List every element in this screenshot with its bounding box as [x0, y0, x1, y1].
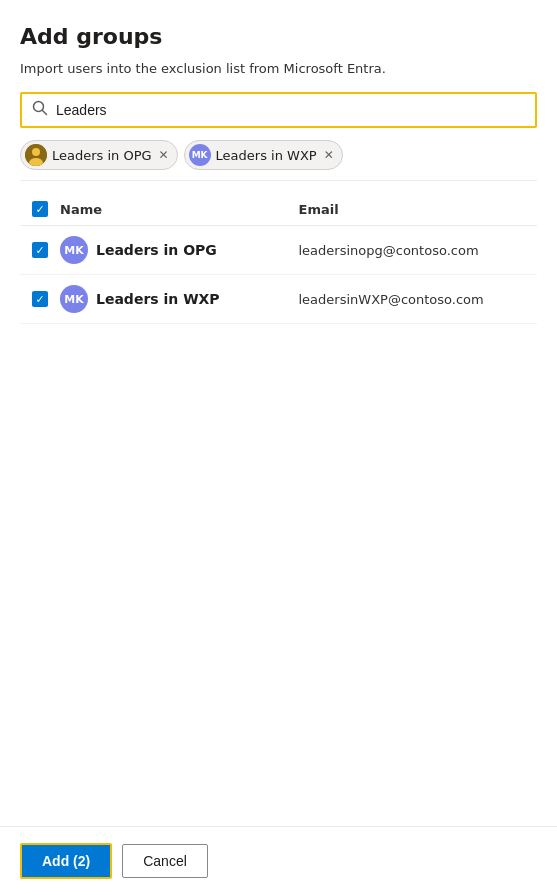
cancel-button[interactable]: Cancel: [122, 844, 208, 878]
row1-avatar-initials: MK: [64, 244, 83, 257]
table: ✓ Name Email ✓ MK Leaders in OPG: [20, 193, 537, 324]
row1-checkbox[interactable]: ✓: [32, 242, 48, 258]
svg-line-1: [43, 111, 47, 115]
table-row: ✓ MK Leaders in WXP leadersinWXP@contoso…: [20, 275, 537, 324]
page-container: Add groups Import users into the exclusi…: [0, 0, 557, 424]
header-check-col: ✓: [20, 201, 60, 217]
chip-close-opg[interactable]: ✕: [157, 148, 171, 162]
header-email: Email: [299, 202, 538, 217]
table-row: ✓ MK Leaders in OPG leadersinopg@contoso…: [20, 226, 537, 275]
row1-name-col: MK Leaders in OPG: [60, 236, 299, 264]
row1-email: leadersinopg@contoso.com: [299, 243, 538, 258]
chip-label-wxp: Leaders in WXP: [216, 148, 317, 163]
add-button[interactable]: Add (2): [20, 843, 112, 879]
subtitle: Import users into the exclusion list fro…: [20, 61, 537, 76]
email-column-label: Email: [299, 202, 339, 217]
table-header: ✓ Name Email: [20, 193, 537, 226]
row1-avatar: MK: [60, 236, 88, 264]
name-column-label: Name: [60, 202, 102, 217]
search-icon: [32, 100, 48, 120]
chip-leaders-opg: Leaders in OPG ✕: [20, 140, 178, 170]
row1-check-col: ✓: [20, 242, 60, 258]
chip-avatar-wxp: MK: [189, 144, 211, 166]
chip-close-wxp[interactable]: ✕: [322, 148, 336, 162]
footer: Add (2) Cancel: [0, 826, 557, 895]
row2-name-col: MK Leaders in WXP: [60, 285, 299, 313]
row2-avatar: MK: [60, 285, 88, 313]
page-title: Add groups: [20, 24, 537, 49]
row2-avatar-initials: MK: [64, 293, 83, 306]
row1-check-icon: ✓: [35, 244, 44, 257]
search-input[interactable]: [56, 102, 525, 118]
select-all-checkbox[interactable]: ✓: [32, 201, 48, 217]
row2-checkbox[interactable]: ✓: [32, 291, 48, 307]
row2-email: leadersinWXP@contoso.com: [299, 292, 538, 307]
chips-container: Leaders in OPG ✕ MK Leaders in WXP ✕: [20, 140, 537, 181]
chip-leaders-wxp: MK Leaders in WXP ✕: [184, 140, 343, 170]
check-icon: ✓: [35, 203, 44, 216]
header-name: Name: [60, 202, 299, 217]
row2-name: Leaders in WXP: [96, 291, 220, 307]
row2-check-icon: ✓: [35, 293, 44, 306]
row2-check-col: ✓: [20, 291, 60, 307]
row1-name: Leaders in OPG: [96, 242, 217, 258]
chip-avatar-opg: [25, 144, 47, 166]
svg-point-3: [32, 148, 40, 156]
chip-label-opg: Leaders in OPG: [52, 148, 152, 163]
search-box-wrapper: [20, 92, 537, 128]
